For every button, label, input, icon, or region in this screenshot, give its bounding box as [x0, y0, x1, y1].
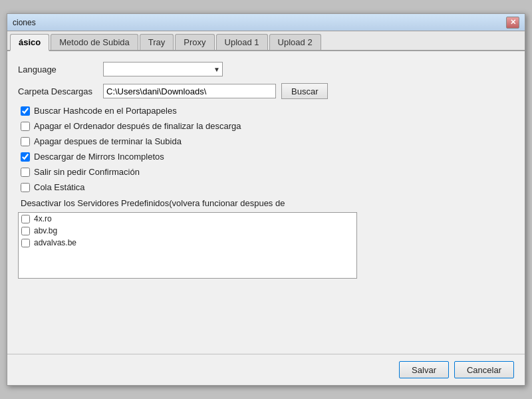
- tab-proxy[interactable]: Proxy: [175, 34, 214, 50]
- buscar-button[interactable]: Buscar: [281, 83, 328, 99]
- salvar-button[interactable]: Salvar: [399, 361, 449, 378]
- server-checkbox-4xro[interactable]: [21, 215, 30, 223]
- close-button[interactable]: ✕: [506, 17, 519, 29]
- tab-metodo[interactable]: Metodo de Subida: [51, 34, 138, 50]
- server-section: Desactivar los Servidores Predefinidos(v…: [18, 198, 514, 279]
- carpeta-label: Carpeta Descargas: [18, 86, 98, 96]
- window-title: ciones: [13, 18, 36, 27]
- checkbox-mirrors-row: Descargar de Mirrors Incompletos: [18, 152, 514, 162]
- checkbox-apagar-descarga[interactable]: [21, 122, 30, 131]
- tab-upload2[interactable]: Upload 2: [269, 34, 321, 50]
- list-item: abv.bg: [19, 225, 356, 237]
- language-select[interactable]: [103, 62, 223, 76]
- server-list-container[interactable]: 4x.ro abv.bg advalvas.be: [18, 212, 357, 279]
- checkbox-salir-row: Salir sin pedir Confirmación: [18, 167, 514, 177]
- footer-bar: Salvar Cancelar: [7, 354, 525, 385]
- language-select-wrapper: [103, 62, 223, 76]
- checkbox-cola[interactable]: [21, 183, 30, 192]
- server-label-abvbg[interactable]: abv.bg: [34, 226, 57, 235]
- list-item: advalvas.be: [19, 237, 356, 249]
- checkbox-cola-row: Cola Estática: [18, 182, 514, 192]
- content-area: Language Carpeta Descargas Buscar Buscar…: [7, 51, 525, 354]
- checkbox-apagar-subida[interactable]: [21, 137, 30, 146]
- tab-upload1[interactable]: Upload 1: [216, 34, 268, 50]
- cancelar-button[interactable]: Cancelar: [454, 361, 514, 378]
- checkbox-hashcode[interactable]: [21, 106, 30, 116]
- tabs-bar: ásico Metodo de Subida Tray Proxy Upload…: [7, 31, 525, 51]
- server-checkbox-abvbg[interactable]: [21, 227, 30, 235]
- checkbox-apagar-descarga-label[interactable]: Apagar el Ordenador después de finalizar…: [34, 121, 241, 131]
- server-label-advalvas[interactable]: advalvas.be: [34, 238, 76, 247]
- server-description-line1: Desactivar los Servidores Predefinidos(v…: [18, 198, 514, 209]
- checkbox-mirrors[interactable]: [21, 152, 30, 162]
- checkbox-apagar-descarga-row: Apagar el Ordenador después de finalizar…: [18, 121, 514, 131]
- checkbox-apagar-subida-label[interactable]: Apagar despues de terminar la Subida: [34, 136, 182, 146]
- carpeta-row: Carpeta Descargas Buscar: [18, 83, 514, 99]
- server-checkbox-advalvas[interactable]: [21, 239, 30, 247]
- server-label-4xro[interactable]: 4x.ro: [34, 214, 52, 223]
- checkbox-mirrors-label[interactable]: Descargar de Mirrors Incompletos: [34, 152, 164, 162]
- title-bar: ciones ✕: [7, 14, 525, 31]
- list-item: 4x.ro: [19, 213, 356, 225]
- checkbox-apagar-subida-row: Apagar despues de terminar la Subida: [18, 136, 514, 146]
- carpeta-input[interactable]: [103, 84, 276, 98]
- tab-basico[interactable]: ásico: [10, 34, 49, 51]
- dialog-window: ciones ✕ ásico Metodo de Subida Tray Pro…: [7, 13, 525, 386]
- checkbox-hashcode-row: Buscar Hashcode en el Portapapeles: [18, 106, 514, 116]
- language-label: Language: [18, 65, 98, 74]
- tab-tray[interactable]: Tray: [140, 34, 174, 50]
- checkbox-cola-label[interactable]: Cola Estática: [34, 182, 85, 192]
- checkbox-salir-label[interactable]: Salir sin pedir Confirmación: [34, 167, 140, 177]
- language-row: Language: [18, 62, 514, 76]
- checkbox-hashcode-label[interactable]: Buscar Hashcode en el Portapapeles: [34, 106, 177, 116]
- checkbox-salir[interactable]: [21, 168, 30, 177]
